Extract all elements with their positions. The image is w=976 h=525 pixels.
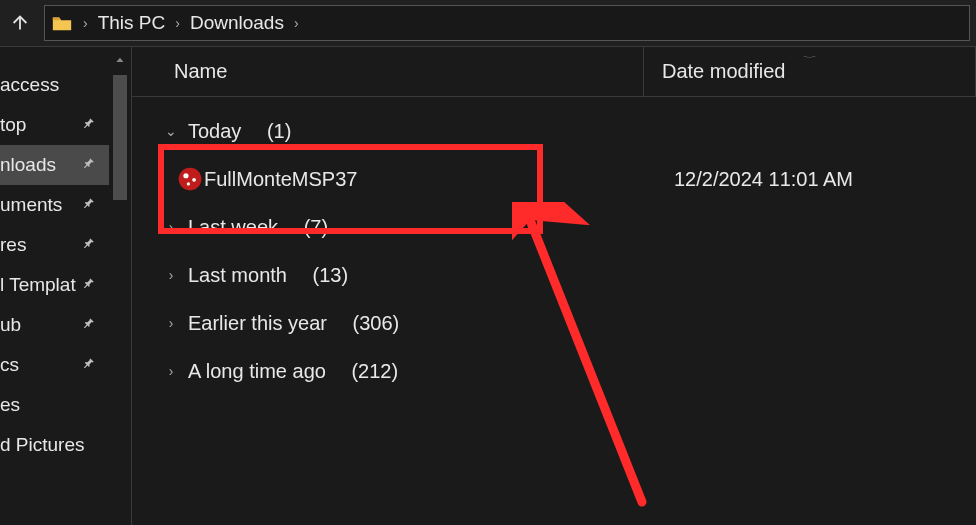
sidebar-item-downloads[interactable]: nloads xyxy=(0,145,109,185)
chevron-right-icon[interactable]: › xyxy=(171,15,184,31)
pin-icon xyxy=(77,352,102,377)
pin-icon xyxy=(77,272,102,297)
sidebar-item-desktop[interactable]: top xyxy=(0,105,109,145)
group-long-time-ago[interactable]: › A long time ago (212) xyxy=(132,347,976,395)
file-list: Name ﹀ Date modified ⌄ Today (1) xyxy=(132,47,976,525)
group-earlier-year[interactable]: › Earlier this year (306) xyxy=(132,299,976,347)
column-header-name[interactable]: Name xyxy=(132,47,644,96)
svg-point-3 xyxy=(187,182,190,185)
chevron-right-icon: › xyxy=(164,267,178,283)
column-headers: Name ﹀ Date modified xyxy=(132,47,976,97)
sidebar-item-quick-access[interactable]: access xyxy=(0,65,109,105)
group-today[interactable]: ⌄ Today (1) xyxy=(132,107,976,155)
chevron-right-icon: › xyxy=(164,363,178,379)
sidebar-item-template[interactable]: l Templat xyxy=(0,265,109,305)
sidebar-item-games[interactable]: es xyxy=(0,385,109,425)
up-icon[interactable] xyxy=(6,9,34,37)
breadcrumb-this-pc[interactable]: This PC xyxy=(98,12,166,34)
pin-icon xyxy=(77,312,102,337)
group-last-week[interactable]: › Last week (7) xyxy=(132,203,976,251)
pin-icon xyxy=(77,112,102,137)
chevron-down-icon: ⌄ xyxy=(164,123,178,139)
pin-icon xyxy=(77,152,102,177)
chevron-right-icon: › xyxy=(164,315,178,331)
file-row[interactable]: FullMonteMSP37 12/2/2024 11:01 AM xyxy=(132,155,976,203)
svg-point-1 xyxy=(183,173,188,178)
scrollbar-thumb[interactable] xyxy=(113,75,127,200)
chevron-right-icon[interactable]: › xyxy=(79,15,92,31)
sort-indicator-icon: ﹀ xyxy=(803,54,817,63)
sidebar-item-music[interactable]: cs xyxy=(0,345,109,385)
file-name-cell: FullMonteMSP37 xyxy=(176,155,644,203)
sidebar-item-shared-pictures[interactable]: d Pictures xyxy=(0,425,109,465)
app-icon xyxy=(176,165,204,193)
scroll-up-icon[interactable]: ▲ xyxy=(114,56,126,64)
svg-point-0 xyxy=(179,168,202,191)
file-date: 12/2/2024 11:01 AM xyxy=(656,168,853,191)
folder-icon xyxy=(51,12,73,34)
breadcrumb-downloads[interactable]: Downloads xyxy=(190,12,284,34)
sidebar-item-github[interactable]: ub xyxy=(0,305,109,345)
file-name: FullMonteMSP37 xyxy=(204,168,357,191)
sidebar-scrollbar[interactable]: ▲ xyxy=(109,47,131,525)
sidebar-item-pictures[interactable]: res xyxy=(0,225,109,265)
address-bar: › This PC › Downloads › xyxy=(0,0,976,47)
breadcrumb[interactable]: › This PC › Downloads › xyxy=(44,5,970,41)
group-last-month[interactable]: › Last month (13) xyxy=(132,251,976,299)
pin-icon xyxy=(77,232,102,257)
main-area: access top nloads uments xyxy=(0,47,976,525)
navigation-pane: access top nloads uments xyxy=(0,47,109,525)
sidebar-item-documents[interactable]: uments xyxy=(0,185,109,225)
svg-point-2 xyxy=(192,178,196,182)
pin-icon xyxy=(77,192,102,217)
column-header-date[interactable]: ﹀ Date modified xyxy=(644,47,976,96)
chevron-right-icon[interactable]: › xyxy=(290,15,303,31)
chevron-right-icon: › xyxy=(164,219,178,235)
